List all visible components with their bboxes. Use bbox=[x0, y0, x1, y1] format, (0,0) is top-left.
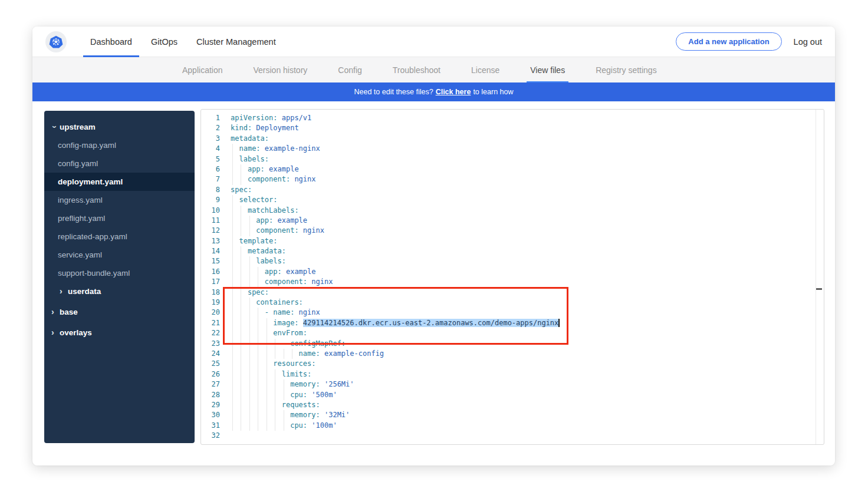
line-number: 25 bbox=[201, 359, 220, 369]
line-number: 23 bbox=[201, 339, 220, 349]
yaml-value: '500m' bbox=[311, 391, 337, 399]
line-number: 10 bbox=[201, 206, 220, 216]
add-application-button[interactable]: Add a new application bbox=[676, 32, 781, 51]
code-line-25[interactable]: 25 resources: bbox=[201, 359, 824, 369]
line-number: 8 bbox=[201, 185, 220, 195]
yaml-value: example bbox=[269, 165, 299, 173]
line-number: 17 bbox=[201, 277, 220, 287]
file-tree-item-deployment-yaml[interactable]: deployment.yaml bbox=[44, 173, 195, 191]
chevron-down-icon: › bbox=[45, 126, 64, 130]
line-number: 12 bbox=[201, 226, 220, 236]
nav-item-gitops[interactable]: GitOps bbox=[142, 27, 187, 57]
code-line-26[interactable]: 26 limits: bbox=[201, 369, 824, 379]
file-label: config.yaml bbox=[58, 159, 98, 168]
file-tree-item-ingress-yaml[interactable]: ingress.yaml bbox=[44, 191, 195, 209]
line-number: 32 bbox=[201, 431, 220, 441]
file-tree-item-service-yaml[interactable]: service.yaml bbox=[44, 246, 195, 264]
chevron-right-icon: › bbox=[60, 282, 64, 301]
code-line-11[interactable]: 11 app: example bbox=[201, 216, 824, 226]
file-tree-item-replicated-app-yaml[interactable]: replicated-app.yaml bbox=[44, 227, 195, 246]
code-line-20[interactable]: 20 - name: nginx bbox=[201, 308, 824, 318]
banner-click-here-link[interactable]: Click here bbox=[436, 88, 471, 96]
editor-scrollbar-track[interactable] bbox=[816, 110, 816, 444]
code-line-12[interactable]: 12 component: nginx bbox=[201, 226, 824, 236]
code-line-32[interactable]: 32 bbox=[201, 431, 824, 441]
line-number: 11 bbox=[201, 216, 220, 226]
code-line-31[interactable]: 31 cpu: '100m' bbox=[201, 421, 824, 431]
line-number: 24 bbox=[201, 349, 220, 359]
code-line-6[interactable]: 6 app: example bbox=[201, 164, 824, 174]
line-number: 22 bbox=[201, 328, 220, 338]
file-tree-item-config-yaml[interactable]: config.yaml bbox=[44, 154, 195, 173]
code-line-23[interactable]: 23 - configMapRef: bbox=[201, 339, 824, 349]
chevron-right-icon: › bbox=[51, 323, 56, 342]
code-line-30[interactable]: 30 memory: '32Mi' bbox=[201, 410, 824, 420]
code-line-3[interactable]: 3metadata: bbox=[201, 134, 824, 144]
code-line-5[interactable]: 5 labels: bbox=[201, 154, 824, 164]
code-line-8[interactable]: 8spec: bbox=[201, 185, 824, 195]
code-line-22[interactable]: 22 envFrom: bbox=[201, 328, 824, 338]
nav-item-cluster-management[interactable]: Cluster Management bbox=[187, 27, 285, 57]
code-text: containers: bbox=[231, 298, 303, 308]
tab-view-files[interactable]: View files bbox=[530, 57, 565, 82]
tab-license[interactable]: License bbox=[471, 57, 499, 82]
tab-registry-settings[interactable]: Registry settings bbox=[596, 57, 656, 82]
code-line-27[interactable]: 27 memory: '256Mi' bbox=[201, 379, 824, 389]
yaml-value: example-nginx bbox=[265, 144, 320, 153]
code-text: kind: Deployment bbox=[231, 123, 299, 133]
file-label: ingress.yaml bbox=[58, 196, 103, 204]
code-line-13[interactable]: 13 template: bbox=[201, 236, 824, 246]
code-text: metadata: bbox=[231, 134, 269, 144]
code-text: memory: '32Mi' bbox=[231, 410, 350, 420]
code-line-18[interactable]: 18 spec: bbox=[201, 288, 824, 298]
file-tree-item-base[interactable]: ›base bbox=[44, 303, 195, 321]
yaml-value: Deployment bbox=[256, 124, 298, 132]
tab-version-history[interactable]: Version history bbox=[254, 57, 308, 82]
code-text: memory: '256Mi' bbox=[231, 379, 354, 389]
logout-link[interactable]: Log out bbox=[794, 37, 822, 47]
code-line-28[interactable]: 28 cpu: '500m' bbox=[201, 390, 824, 400]
code-line-7[interactable]: 7 component: nginx bbox=[201, 174, 824, 184]
file-label: overlays bbox=[60, 328, 92, 337]
code-line-15[interactable]: 15 labels: bbox=[201, 256, 824, 266]
code-line-21[interactable]: 21 image: 429114214526.dkr.ecr.us-east-2… bbox=[201, 318, 824, 328]
yaml-value: nginx bbox=[303, 226, 324, 235]
file-tree-item-config-map-yaml[interactable]: config-map.yaml bbox=[44, 136, 195, 154]
code-editor[interactable]: 1apiVersion: apps/v12kind: Deployment3me… bbox=[200, 109, 824, 445]
file-tree-item-userdata[interactable]: ›userdata bbox=[44, 282, 195, 301]
code-line-2[interactable]: 2kind: Deployment bbox=[201, 123, 824, 133]
yaml-value: example-config bbox=[324, 349, 384, 358]
file-tree-item-upstream[interactable]: ›upstream bbox=[44, 118, 195, 136]
code-line-19[interactable]: 19 containers: bbox=[201, 298, 824, 308]
code-line-10[interactable]: 10 matchLabels: bbox=[201, 206, 824, 216]
chevron-right-icon: › bbox=[51, 303, 56, 321]
edit-files-banner: Need to edit these files? Click here to … bbox=[32, 82, 835, 101]
code-line-4[interactable]: 4 name: example-nginx bbox=[201, 144, 824, 154]
tab-config[interactable]: Config bbox=[338, 57, 361, 82]
code-line-9[interactable]: 9 selector: bbox=[201, 195, 824, 205]
file-tree-item-support-bundle-yaml[interactable]: support-bundle.yaml bbox=[44, 264, 195, 282]
primary-nav: DashboardGitOpsCluster Management bbox=[81, 27, 285, 57]
file-tree-item-preflight-yaml[interactable]: preflight.yaml bbox=[44, 209, 195, 227]
line-number: 20 bbox=[201, 308, 220, 318]
nav-item-dashboard[interactable]: Dashboard bbox=[81, 27, 142, 57]
tab-troubleshoot[interactable]: Troubleshoot bbox=[393, 57, 440, 82]
code-line-16[interactable]: 16 app: example bbox=[201, 267, 824, 277]
line-number: 3 bbox=[201, 134, 220, 144]
code-line-29[interactable]: 29 requests: bbox=[201, 400, 824, 410]
code-line-24[interactable]: 24 name: example-config bbox=[201, 349, 824, 359]
line-number: 4 bbox=[201, 144, 220, 154]
file-tree-item-overlays[interactable]: ›overlays bbox=[44, 323, 195, 342]
code-line-17[interactable]: 17 component: nginx bbox=[201, 277, 824, 287]
tab-application[interactable]: Application bbox=[182, 57, 223, 82]
code-line-14[interactable]: 14 metadata: bbox=[201, 246, 824, 256]
code-text: app: example bbox=[231, 164, 299, 174]
code-text: apiVersion: apps/v1 bbox=[231, 113, 311, 123]
code-line-1[interactable]: 1apiVersion: apps/v1 bbox=[201, 113, 824, 123]
file-label: config-map.yaml bbox=[58, 141, 116, 150]
line-number: 1 bbox=[201, 113, 220, 123]
file-tree: ›upstreamconfig-map.yamlconfig.yamldeplo… bbox=[44, 111, 195, 443]
file-label: deployment.yaml bbox=[58, 177, 123, 186]
banner-text-suffix: to learn how bbox=[473, 88, 513, 96]
code-text: limits: bbox=[231, 369, 311, 379]
